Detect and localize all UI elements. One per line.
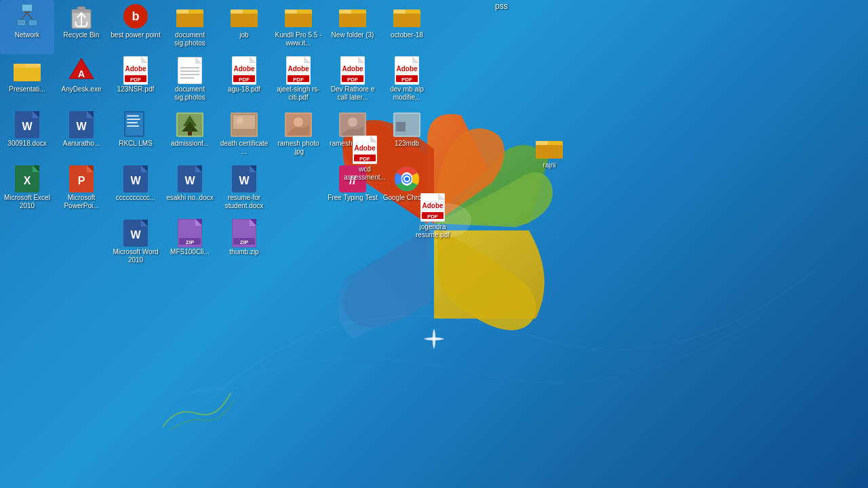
icon-esakhi[interactable]: W esakhi no..docx bbox=[163, 163, 217, 217]
devrathore-label: Dev Rathore e call later... bbox=[327, 85, 378, 102]
icon-death[interactable]: death certificate ... bbox=[217, 108, 271, 163]
icon-network[interactable]: Network bbox=[0, 0, 54, 54]
svg-rect-100 bbox=[285, 9, 297, 14]
msword-icon: W bbox=[122, 220, 149, 247]
icon-bestpower[interactable]: b best power point bbox=[108, 0, 163, 54]
icon-october18[interactable]: october-18 bbox=[380, 0, 434, 54]
icon-11jpg[interactable]: admissionf... bbox=[163, 108, 217, 163]
network-label: Network bbox=[15, 31, 40, 39]
recycle-bin-icon bbox=[68, 3, 95, 30]
svg-text:PDF: PDF bbox=[239, 77, 250, 83]
icon-300918[interactable]: W 300918.docx bbox=[0, 108, 54, 163]
agu18-pdf-icon: PDF Adobe bbox=[231, 57, 258, 84]
icon-powerpoint[interactable]: P Microsoft PowerPoi... bbox=[54, 163, 108, 217]
esakhi-label: esakhi no..docx bbox=[166, 194, 214, 202]
icon-mfs100[interactable]: ZIP MFS100Cli... bbox=[163, 217, 217, 271]
svg-rect-43 bbox=[127, 115, 139, 117]
wcd-label: wcd assessment... bbox=[338, 165, 392, 182]
icon-newfolder3[interactable]: New folder (3) bbox=[326, 0, 380, 54]
svg-text:W: W bbox=[130, 229, 141, 241]
svg-rect-125 bbox=[393, 14, 420, 27]
icon-presentation[interactable]: Presentati... bbox=[0, 54, 54, 108]
kundli-label: Kundli Pro 5.5 - www.it... bbox=[273, 31, 324, 47]
icon-cccc[interactable]: W cccccccccc... bbox=[108, 163, 163, 217]
devrnb-label: dev rnb alp modifie... bbox=[381, 85, 433, 102]
bestpower-label: best power point bbox=[111, 31, 160, 39]
esakhi-word-icon: W bbox=[176, 165, 203, 192]
icon-123nsr[interactable]: PDF Adobe 123NSR.pdf bbox=[108, 54, 163, 108]
300918-label: 300918.docx bbox=[7, 140, 46, 148]
11jpg-label: admissionf... bbox=[171, 140, 209, 148]
desktop: Network bbox=[0, 0, 868, 488]
11jpg-image-icon bbox=[176, 111, 203, 138]
svg-rect-101 bbox=[285, 14, 312, 27]
icon-wcd-assessment[interactable]: PDF Adobe wcd assessment... bbox=[338, 136, 392, 182]
cccc-word-icon: W bbox=[122, 165, 149, 192]
icon-devrathore[interactable]: PDF Adobe Dev Rathore e call later... bbox=[326, 54, 380, 108]
123nsr-label: 123NSR.pdf bbox=[117, 85, 154, 94]
anydesk-label: AnyDesk.exe bbox=[62, 85, 102, 94]
svg-text:Adobe: Adobe bbox=[342, 65, 363, 73]
svg-rect-12 bbox=[14, 64, 26, 68]
icon-jogendra[interactable]: PDF Adobe jogendra resume.pdf bbox=[406, 193, 460, 239]
powerpoint-icon: P bbox=[68, 165, 95, 192]
icon-docsig[interactable]: document sig.photos bbox=[163, 0, 217, 54]
icon-thumbzip[interactable]: ZIP thumb.zip bbox=[217, 217, 271, 271]
pss-label: pss bbox=[495, 1, 508, 11]
icon-excel[interactable]: X Microsoft Excel 2010 bbox=[0, 163, 54, 217]
svg-text:PDF: PDF bbox=[130, 77, 141, 83]
123mdb-label: 123mdb bbox=[395, 140, 419, 148]
svg-text:PDF: PDF bbox=[359, 156, 370, 162]
icon-rajni[interactable]: rajni bbox=[522, 136, 576, 169]
death-label: death certificate ... bbox=[218, 140, 270, 156]
svg-rect-45 bbox=[127, 122, 138, 123]
bestpower-icon: b bbox=[122, 3, 149, 30]
icon-agu18[interactable]: PDF Adobe agu-18.pdf bbox=[217, 54, 271, 108]
newfolder3-label: New folder (3) bbox=[332, 31, 374, 39]
svg-text:PDF: PDF bbox=[293, 77, 304, 83]
icon-kundli[interactable]: Kundli Pro 5.5 - www.it... bbox=[271, 0, 326, 54]
rkcllms-icon bbox=[122, 111, 149, 138]
icon-recycle-bin[interactable]: Recycle Bin bbox=[54, 0, 108, 54]
ajeetsingh-pdf-icon: PDF Adobe bbox=[285, 57, 312, 84]
svg-text:Adobe: Adobe bbox=[288, 65, 309, 73]
svg-text:Adobe: Adobe bbox=[233, 65, 255, 73]
svg-rect-4 bbox=[28, 20, 37, 26]
rameshphoto-image-icon bbox=[285, 111, 312, 138]
icon-admissionf[interactable]: document sig.photos bbox=[163, 54, 217, 108]
icon-aanura[interactable]: W Aanurathо... bbox=[54, 108, 108, 163]
icon-rameshphoto[interactable]: ramesh photo .jpg bbox=[271, 108, 326, 163]
icon-resumefor[interactable]: W resume-for student.docx bbox=[217, 163, 271, 217]
rameshjpic-image-icon bbox=[339, 111, 366, 138]
svg-point-138 bbox=[405, 177, 409, 181]
icon-job[interactable]: job bbox=[217, 0, 271, 54]
thumbzip-icon: ZIP bbox=[231, 220, 258, 247]
resumefor-label: resume-for student.docx bbox=[218, 194, 270, 210]
svg-rect-8 bbox=[22, 5, 32, 11]
svg-rect-2 bbox=[24, 12, 30, 13]
kundli-folder-icon bbox=[285, 3, 312, 30]
svg-text:b: b bbox=[132, 9, 140, 23]
icon-ajeetsingh[interactable]: PDF Adobe ajeet-singh rs-citi.pdf bbox=[271, 54, 326, 108]
aanura-label: Aanurathо... bbox=[63, 140, 100, 148]
presentation-label: Presentati... bbox=[9, 85, 45, 94]
thumbzip-label: thumb.zip bbox=[229, 248, 258, 256]
resumefor-word-icon: W bbox=[231, 165, 258, 192]
icon-anydesk[interactable]: A AnyDesk.exe bbox=[54, 54, 108, 108]
svg-point-120 bbox=[348, 117, 357, 127]
msword-label: Microsoft Word 2010 bbox=[110, 248, 161, 264]
docsig-folder-icon bbox=[176, 3, 203, 30]
rkcllms-label: RKCL LMS bbox=[119, 140, 153, 148]
job-label: job bbox=[239, 31, 248, 39]
icon-msword[interactable]: W Microsoft Word 2010 bbox=[108, 217, 163, 271]
svg-text:W: W bbox=[130, 175, 141, 186]
icon-devrnb[interactable]: PDF Adobe dev rnb alp modifie... bbox=[380, 54, 434, 108]
devrnb-pdf-icon: PDF Adobe bbox=[393, 57, 420, 84]
october18-label: october-18 bbox=[391, 31, 423, 39]
svg-point-109 bbox=[294, 117, 303, 127]
svg-rect-46 bbox=[127, 125, 139, 127]
freetypingtest-label: Free Typing Test bbox=[328, 194, 378, 202]
devrathore-pdf-icon: PDF Adobe bbox=[339, 57, 366, 84]
icon-rkcllms[interactable]: RKCL LMS bbox=[108, 108, 163, 163]
123mdb-image-icon bbox=[393, 111, 420, 138]
